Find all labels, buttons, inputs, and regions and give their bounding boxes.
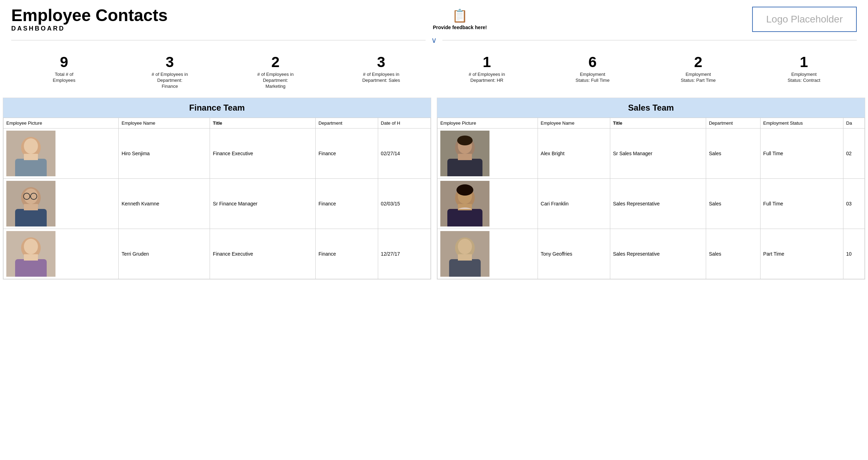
employee-photo-cell	[4, 179, 119, 229]
employee-date: 12/27/17	[378, 229, 430, 279]
finance-col-name: Employee Name	[119, 118, 210, 129]
employee-title: Finance Executive	[210, 229, 316, 279]
employee-name: Terri Gruden	[119, 229, 210, 279]
divider-row: ∨	[0, 36, 868, 45]
feedback-icon: 📋	[452, 8, 468, 23]
employee-name: Cari Franklin	[538, 179, 610, 229]
employee-photo	[440, 231, 489, 277]
stat-number-contract: 1	[751, 55, 857, 70]
logo-placeholder: Logo Placeholder	[752, 7, 857, 32]
sales-col-dept: Department	[706, 118, 760, 129]
feedback-button[interactable]: 📋 Provide feedback here!	[433, 8, 487, 30]
employee-date: 02/03/15	[378, 179, 430, 229]
stat-number-sales: 3	[328, 55, 434, 70]
sales-col-title: Title	[610, 118, 706, 129]
employee-name: Kenneth Kvamne	[119, 179, 210, 229]
employee-status: Full Time	[760, 129, 843, 179]
stat-number-marketing: 2	[223, 55, 328, 70]
employee-title: Sales Representative	[610, 179, 706, 229]
photo-hiro	[6, 131, 55, 176]
svg-point-23	[457, 136, 473, 145]
employee-title: Sr Sales Manager	[610, 129, 706, 179]
photo-alex	[440, 131, 489, 176]
employee-photo	[440, 181, 489, 226]
stat-number-hr: 1	[434, 55, 540, 70]
employee-name: Tony Geoffries	[538, 229, 610, 279]
sales-col-name: Employee Name	[538, 118, 610, 129]
stat-label-sales: # of Employees inDepartment: Sales	[328, 72, 434, 84]
employee-date: 10	[843, 229, 864, 279]
stat-label-fulltime: EmploymentStatus: Full Time	[540, 72, 645, 84]
employee-date: 02	[843, 129, 864, 179]
employee-title: Finance Executive	[210, 129, 316, 179]
stat-number-parttime: 2	[645, 55, 751, 70]
employee-photo	[6, 131, 55, 176]
employee-photo-cell	[438, 229, 538, 279]
finance-col-dept: Department	[316, 118, 378, 129]
chevron-down-icon[interactable]: ∨	[426, 36, 442, 45]
sales-team-table: Employee Picture Employee Name Title Dep…	[437, 118, 865, 279]
sales-col-picture: Employee Picture	[438, 118, 538, 129]
stat-sales: 3 # of Employees inDepartment: Sales	[328, 55, 434, 84]
photo-terri	[6, 231, 55, 277]
table-row: Kenneth Kvamne Sr Finance Manager Financ…	[4, 179, 431, 229]
employee-date: 02/27/14	[378, 129, 430, 179]
page-header: Employee Contacts DASHBOARD 📋 Provide fe…	[0, 0, 868, 36]
stat-number-finance: 3	[117, 55, 223, 70]
sales-team-section: Sales Team Employee Picture Employee Nam…	[437, 98, 865, 280]
page-title: Employee Contacts	[11, 6, 167, 25]
divider-left	[11, 40, 426, 40]
employee-photo-cell	[438, 129, 538, 179]
employee-title: Sales Representative	[610, 229, 706, 279]
employee-dept: Finance	[316, 179, 378, 229]
finance-team-section: Finance Team Employee Picture Employee N…	[3, 98, 431, 280]
svg-rect-7	[15, 209, 47, 226]
divider-right	[442, 40, 857, 40]
employee-title: Sr Finance Manager	[210, 179, 316, 229]
employee-date: 03	[843, 179, 864, 229]
employee-photo-cell	[4, 129, 119, 179]
stat-total-employees: 9 Total # ofEmployees	[11, 55, 117, 84]
svg-rect-17	[24, 254, 38, 261]
sales-col-date: Da	[843, 118, 864, 129]
feedback-label: Provide feedback here!	[433, 25, 487, 30]
stat-marketing: 2 # of Employees inDepartment:Marketing	[223, 55, 328, 90]
table-row: Hiro Senjima Finance Executive Finance 0…	[4, 129, 431, 179]
svg-point-16	[24, 239, 38, 254]
employee-dept: Finance	[316, 129, 378, 179]
photo-kenneth	[6, 181, 55, 226]
stat-contract: 1 EmploymentStatus: Contract	[751, 55, 857, 84]
employee-name: Alex Bright	[538, 129, 610, 179]
finance-col-date: Date of H	[378, 118, 430, 129]
stat-label-marketing: # of Employees inDepartment:Marketing	[223, 72, 328, 90]
finance-col-title: Title	[210, 118, 316, 129]
stat-label-parttime: EmploymentStatus: Part Time	[645, 72, 751, 84]
svg-rect-32	[449, 259, 481, 277]
stat-label-finance: # of Employees inDepartment:Finance	[117, 72, 223, 90]
stat-parttime: 2 EmploymentStatus: Part Time	[645, 55, 751, 84]
stats-row: 9 Total # ofEmployees 3 # of Employees i…	[0, 48, 868, 98]
stat-fulltime: 6 EmploymentStatus: Full Time	[540, 55, 645, 84]
employee-photo-cell	[4, 229, 119, 279]
stat-hr: 1 # of Employees inDepartment: HR	[434, 55, 540, 84]
svg-rect-2	[15, 159, 47, 176]
table-row: Cari Franklin Sales Representative Sales…	[438, 179, 865, 229]
svg-point-29	[456, 184, 473, 196]
employee-status: Full Time	[760, 179, 843, 229]
finance-team-header: Finance Team	[3, 98, 431, 118]
finance-team-table: Employee Picture Employee Name Title Dep…	[3, 118, 431, 279]
svg-point-3	[24, 138, 38, 154]
table-row: Tony Geoffries Sales Representative Sale…	[438, 229, 865, 279]
employee-dept: Finance	[316, 229, 378, 279]
employee-name: Hiro Senjima	[119, 129, 210, 179]
sales-table-header-row: Employee Picture Employee Name Title Dep…	[438, 118, 865, 129]
stat-label-total: Total # ofEmployees	[11, 72, 117, 84]
table-row: Alex Bright Sr Sales Manager Sales Full …	[438, 129, 865, 179]
stat-label-hr: # of Employees inDepartment: HR	[434, 72, 540, 84]
finance-col-picture: Employee Picture	[4, 118, 119, 129]
svg-rect-22	[458, 154, 472, 160]
table-row: Terri Gruden Finance Executive Finance 1…	[4, 229, 431, 279]
stat-finance: 3 # of Employees inDepartment:Finance	[117, 55, 223, 90]
stat-label-contract: EmploymentStatus: Contract	[751, 72, 857, 84]
stat-number-total: 9	[11, 55, 117, 70]
